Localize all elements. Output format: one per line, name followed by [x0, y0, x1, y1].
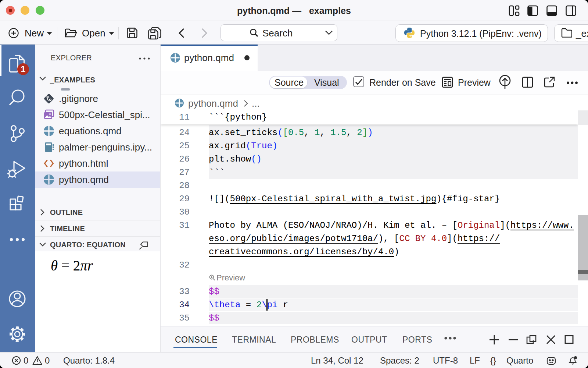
svg-text:1: 1 — [21, 64, 26, 74]
